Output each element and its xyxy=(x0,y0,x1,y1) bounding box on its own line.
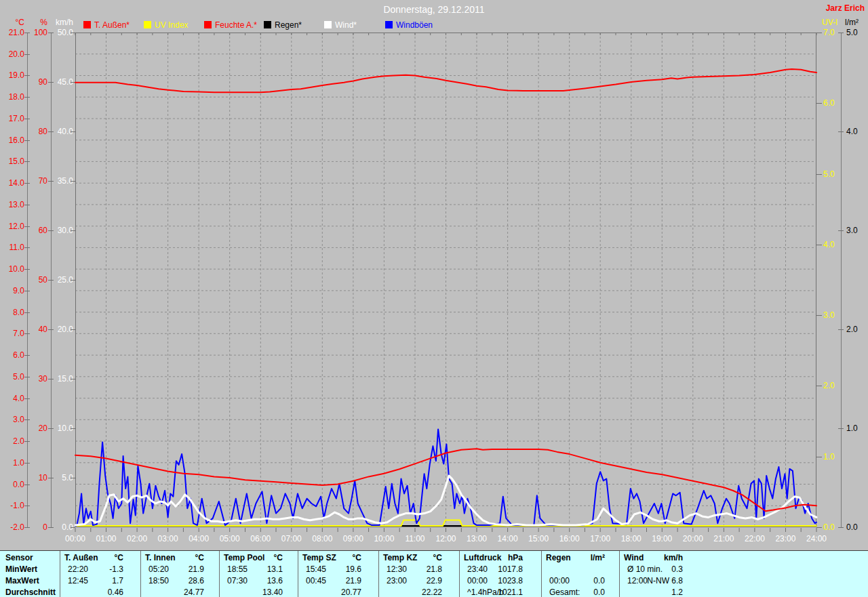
legend-swatch-icon xyxy=(264,21,271,28)
x-axis-tick-label: 05:00 xyxy=(215,534,245,543)
table-cell-value: 22.22 xyxy=(378,587,442,597)
page-title: Donnerstag, 29.12.2011 xyxy=(0,4,868,15)
tick-label-uv_index: 5.0 xyxy=(823,169,848,179)
legend-item-label: Windböen xyxy=(396,20,433,30)
table-row-header: Sensor xyxy=(5,552,33,563)
x-axis-tick-label: 24:00 xyxy=(802,534,831,543)
tick-label-rain_lm2: 2.0 xyxy=(846,325,868,334)
x-axis-tick-label: 10:00 xyxy=(369,534,399,543)
legend-item-label: Feuchte A.* xyxy=(215,20,257,30)
table-cell-value: 13.1 xyxy=(219,564,283,575)
tick-dash-wind_kmh xyxy=(71,329,75,330)
table-cell-value: 1.7 xyxy=(60,575,123,586)
x-axis-tick-label: 01:00 xyxy=(92,534,121,543)
x-axis-tick-label: 19:00 xyxy=(647,534,677,543)
tick-label-temp_c: 9.0 xyxy=(1,286,24,295)
x-axis-tick-label: 00:00 xyxy=(60,534,90,543)
tick-label-wind_kmh: 10.0 xyxy=(49,424,73,433)
tick-dash-wind_kmh xyxy=(71,280,75,281)
legend-swatch-icon xyxy=(144,21,151,28)
x-axis-tick-label: 20:00 xyxy=(678,534,708,543)
table-cell-value: 21.8 xyxy=(378,564,442,575)
table-cell-value: 22.9 xyxy=(378,575,442,586)
tick-label-temp_c: 0.0 xyxy=(1,480,24,489)
tick-label-temp_c: 4.0 xyxy=(1,394,24,403)
tick-label-uv_index: 1.0 xyxy=(823,452,848,461)
tick-label-humidity_pct: 60 xyxy=(28,226,47,235)
tick-label-temp_c: 17.0 xyxy=(1,114,24,123)
table-cell-value: 21.9 xyxy=(140,564,204,575)
axis-header-humidity: % xyxy=(28,18,47,27)
tick-dash-rain_lm2 xyxy=(838,428,844,429)
x-axis-tick-label: 12:00 xyxy=(431,534,461,543)
x-axis-tick-label: 17:00 xyxy=(585,534,615,543)
tick-dash-wind_kmh xyxy=(71,379,75,379)
tick-dash-temp_c xyxy=(24,485,30,485)
table-cell-value: 1017.8 xyxy=(459,564,523,575)
tick-label-wind_kmh: 0.0 xyxy=(49,522,73,532)
tick-label-temp_c: 12.0 xyxy=(1,222,24,231)
tick-label-temp_c: 19.0 xyxy=(1,70,24,80)
statistics-table: SensorMinWertMaxWertDurchschnittT. Außen… xyxy=(0,550,868,597)
tick-label-wind_kmh: 5.0 xyxy=(49,473,73,482)
tick-dash-temp_c xyxy=(24,441,30,442)
tick-label-temp_c: 16.0 xyxy=(1,136,24,145)
table-cell-value: 28.6 xyxy=(140,575,204,586)
tick-dash-temp_c xyxy=(24,161,30,162)
x-axis-tick-label: 06:00 xyxy=(245,534,275,543)
tick-dash-rain_lm2 xyxy=(838,131,844,132)
tick-label-temp_c: 10.0 xyxy=(1,264,24,274)
tick-dash-temp_c xyxy=(24,291,30,291)
x-axis-tick-label: 18:00 xyxy=(616,534,646,543)
author-label: Jarz Erich xyxy=(826,3,865,13)
tick-dash-wind_kmh xyxy=(71,478,75,478)
tick-label-temp_c: 1.0 xyxy=(1,458,24,468)
tick-dash-uv_index xyxy=(816,386,822,386)
tick-label-uv_index: 4.0 xyxy=(823,240,848,249)
tick-label-humidity_pct: 0 xyxy=(28,522,47,532)
tick-dash-temp_c xyxy=(24,419,30,420)
tick-dash-wind_kmh xyxy=(71,82,75,83)
legend-swatch-icon xyxy=(204,21,212,28)
tick-label-wind_kmh: 25.0 xyxy=(49,275,73,285)
tick-dash-temp_c xyxy=(24,247,30,248)
x-axis-tick-label: 14:00 xyxy=(493,534,523,543)
x-axis-tick-label: 15:00 xyxy=(524,534,553,543)
axis-header-rain: l/m² xyxy=(845,18,868,27)
tick-label-humidity_pct: 70 xyxy=(28,176,47,186)
tick-label-temp_c: 11.0 xyxy=(1,243,24,252)
tick-label-rain_lm2: 1.0 xyxy=(846,424,868,433)
tick-label-humidity_pct: 30 xyxy=(28,374,47,384)
tick-label-temp_c: 20.0 xyxy=(1,49,24,59)
tick-dash-wind_kmh xyxy=(71,428,75,429)
tick-label-temp_c: 21.0 xyxy=(1,28,24,37)
tick-label-uv_index: 6.0 xyxy=(823,98,848,108)
tick-dash-temp_c xyxy=(24,205,30,205)
tick-label-humidity_pct: 20 xyxy=(28,424,47,433)
table-col-unit: °C xyxy=(219,552,283,563)
x-axis-tick-label: 08:00 xyxy=(307,534,337,543)
legend-item-label: T. Außen* xyxy=(94,20,130,30)
tick-dash-uv_index xyxy=(816,33,822,33)
tick-label-temp_c: 3.0 xyxy=(1,415,24,424)
tick-label-wind_kmh: 35.0 xyxy=(49,176,73,186)
tick-dash-temp_c xyxy=(24,506,30,506)
tick-dash-temp_c xyxy=(24,140,30,141)
x-axis-tick-label: 22:00 xyxy=(740,534,770,543)
chart-plot-area xyxy=(75,33,816,535)
tick-label-humidity_pct: 50 xyxy=(28,275,47,285)
tick-dash-wind_kmh xyxy=(71,527,75,528)
tick-dash-rain_lm2 xyxy=(838,527,844,528)
tick-label-humidity_pct: 80 xyxy=(28,127,47,136)
tick-dash-uv_index xyxy=(816,174,822,175)
x-axis-tick-label: 07:00 xyxy=(277,534,307,543)
tick-label-humidity_pct: 10 xyxy=(28,473,47,482)
axis-line-temp_c xyxy=(27,33,28,527)
legend-item-label: UV Index xyxy=(155,20,188,30)
axis-header-wind: km/h xyxy=(49,18,73,27)
legend-item-label: Regen* xyxy=(275,20,302,30)
tick-label-temp_c: 6.0 xyxy=(1,350,24,360)
table-cell-value: 1023.8 xyxy=(459,575,523,586)
tick-label-temp_c: 7.0 xyxy=(1,329,24,338)
x-axis-tick-label: 11:00 xyxy=(400,534,430,543)
